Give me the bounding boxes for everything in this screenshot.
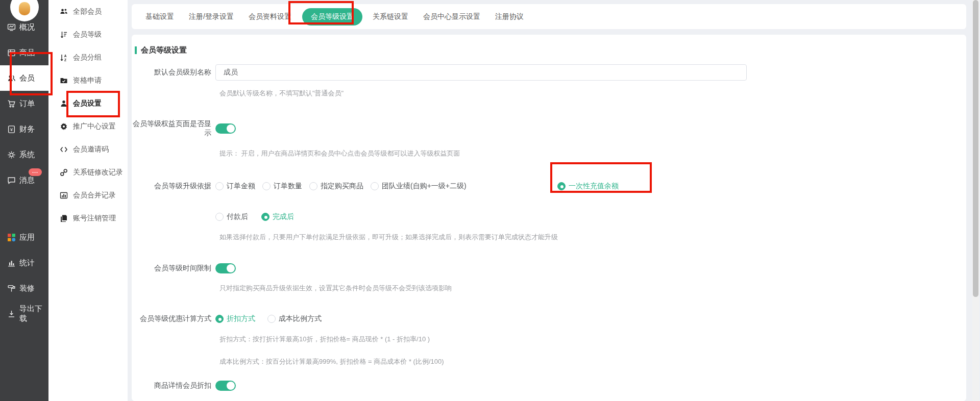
member-level-settings-panel: 会员等级设置 默认会员级别名称 会员默认等级名称，不填写默认"普通会员" 会员等… xyxy=(132,35,966,401)
section-title-accent-bar xyxy=(135,46,137,54)
sidebar-item-member-group[interactable]: AZ 会员分组 xyxy=(48,46,128,69)
sidebar-item-account-cancel[interactable]: 账号注销管理 xyxy=(48,207,128,230)
sidebar-item-member-level[interactable]: 会员等级 xyxy=(48,23,128,46)
upgrade-basis-row: 会员等级升级依据 订单金额 订单数量 指定购买商品 团队业绩(自购+一级+二级)… xyxy=(132,182,966,191)
sidebar-item-qualification[interactable]: 资格申请 xyxy=(48,69,128,92)
tab-member-center-display-settings[interactable]: 会员中心显示设置 xyxy=(423,12,480,21)
messages-bubble-icon xyxy=(7,176,16,185)
radio-icon xyxy=(215,315,224,323)
discount-calc-row: 会员等级优惠计算方式 折扣方式 成本比例方式 xyxy=(132,314,966,323)
radio-order-count[interactable]: 订单数量 xyxy=(262,182,302,191)
avatar-logo xyxy=(19,2,30,15)
default-level-name-input[interactable] xyxy=(215,64,747,81)
sidebar-item-goods[interactable]: 商品 xyxy=(0,40,48,65)
sidebar-item-orders[interactable]: 订单 xyxy=(0,91,48,116)
sidebar-item-label: 应用 xyxy=(19,233,35,242)
sidebar-item-member-settings[interactable]: 会员设置 xyxy=(48,92,128,115)
field-label: 会员等级升级依据 xyxy=(132,182,215,191)
detail-member-discount-row: 商品详情会员折扣 xyxy=(132,381,966,391)
tab-member-level-settings[interactable]: 会员等级设置 xyxy=(302,8,362,26)
helper-text: 折扣方式：按打折计算最高10折，折扣价格= 商品现价 * (1 - 折扣率/10… xyxy=(219,335,966,344)
relation-chain-link-icon xyxy=(60,168,68,177)
field-label: 默认会员级别名称 xyxy=(132,68,215,77)
sidebar-item-label: 账号注销管理 xyxy=(73,214,116,223)
sidebar-item-label: 装修 xyxy=(19,284,35,293)
main-area: 基础设置 注册/登录设置 会员资料设置 会员等级设置 关系链设置 会员中心显示设… xyxy=(132,0,966,401)
sidebar-item-invite-code[interactable]: 会员邀请码 xyxy=(48,138,128,161)
page-scrollbar xyxy=(972,0,979,401)
sidebar-item-label: 会员分组 xyxy=(73,53,102,62)
sidebar-item-stats[interactable]: 统计 xyxy=(0,250,48,275)
helper-text: 如果选择付款后，只要用户下单付款满足升级依据，即可升级；如果选择完成后，则表示需… xyxy=(219,233,966,242)
sidebar-item-system[interactable]: 系统 xyxy=(0,142,48,167)
detail-member-discount-toggle[interactable] xyxy=(215,381,236,391)
sidebar-item-finance[interactable]: ¥ 财务 xyxy=(0,116,48,142)
field-label: 会员等级权益页面是否显示 xyxy=(132,119,215,138)
tab-register-agreement[interactable]: 注册协议 xyxy=(495,12,524,21)
sidebar-item-all-members[interactable]: 全部会员 xyxy=(48,0,128,23)
svg-text:¥: ¥ xyxy=(10,127,13,132)
benefit-page-visible-toggle[interactable] xyxy=(215,123,236,134)
radio-specified-goods[interactable]: 指定购买商品 xyxy=(309,182,363,191)
radio-one-time-recharge[interactable]: 一次性充值余额 xyxy=(557,182,619,191)
tab-member-profile-settings[interactable]: 会员资料设置 xyxy=(249,12,291,21)
primary-nav: 概况 商品 会员 订单 ¥ 财务 系统 消息 ... xyxy=(0,14,48,327)
member-settings-person-icon xyxy=(60,99,68,108)
secondary-sidebar: 全部会员 会员等级 AZ 会员分组 资格申请 会员设置 推广中心设置 会员邀请码… xyxy=(48,0,128,401)
sidebar-item-decorate[interactable]: 装修 xyxy=(0,275,48,301)
sidebar-item-label: 概况 xyxy=(19,22,35,32)
field-label: 商品详情会员折扣 xyxy=(132,381,215,390)
sidebar-item-messages[interactable]: 消息 ... xyxy=(0,167,48,193)
overview-monitor-icon xyxy=(7,23,16,32)
sidebar-item-export[interactable]: 导出下载 xyxy=(0,301,48,327)
level-time-limit-toggle[interactable] xyxy=(215,263,236,273)
tab-relation-chain-settings[interactable]: 关系链设置 xyxy=(373,12,408,21)
radio-after-completion[interactable]: 完成后 xyxy=(261,212,294,221)
sidebar-item-label: 导出下载 xyxy=(19,304,48,323)
helper-text: 会员默认等级名称，不填写默认"普通会员" xyxy=(219,89,966,98)
radio-order-amount[interactable]: 订单金额 xyxy=(215,182,255,191)
member-group-sort-az-icon: AZ xyxy=(60,54,68,62)
sidebar-item-label: 资格申请 xyxy=(73,76,102,85)
radio-icon xyxy=(371,182,379,190)
sidebar-item-promotion-settings[interactable]: 推广中心设置 xyxy=(48,115,128,138)
radio-cost-ratio-mode[interactable]: 成本比例方式 xyxy=(267,314,322,323)
field-label: 会员等级优惠计算方式 xyxy=(132,314,215,323)
upgrade-timing-row: 付款后 完成后 xyxy=(132,212,966,221)
sidebar-item-apps[interactable]: 应用 xyxy=(0,224,48,250)
sidebar-item-relation-chain-log[interactable]: 关系链修改记录 xyxy=(48,161,128,184)
sidebar-item-label: 全部会员 xyxy=(73,7,102,16)
sidebar-item-overview[interactable]: 概况 xyxy=(0,14,48,40)
helper-text: 只对指定购买商品升级依据生效，设置其它条件时会员等级不会受到该选项影响 xyxy=(219,284,966,293)
sidebar-item-label: 会员合并记录 xyxy=(73,191,116,200)
invite-code-icon xyxy=(60,145,68,154)
tab-register-login-settings[interactable]: 注册/登录设置 xyxy=(189,12,234,21)
sidebar-item-label: 财务 xyxy=(19,124,35,134)
members-people-icon xyxy=(7,74,16,83)
section-title: 会员等级设置 xyxy=(132,35,966,55)
radio-icon xyxy=(262,182,271,190)
radio-after-payment[interactable]: 付款后 xyxy=(215,212,248,221)
level-time-limit-row: 会员等级时间限制 xyxy=(132,263,966,273)
sidebar-item-label: 关系链修改记录 xyxy=(73,168,123,177)
svg-text:Z: Z xyxy=(64,58,66,61)
promotion-gear-icon xyxy=(60,122,68,131)
sidebar-item-merge-record[interactable]: 会员合并记录 xyxy=(48,184,128,207)
messages-badge: ... xyxy=(29,168,42,176)
sidebar-item-label: 消息 xyxy=(19,176,35,185)
default-level-name-row: 默认会员级别名称 xyxy=(132,64,966,81)
radio-team-performance[interactable]: 团队业绩(自购+一级+二级) xyxy=(371,182,467,191)
all-members-icon xyxy=(60,8,68,16)
radio-icon xyxy=(557,182,566,190)
radio-discount-mode[interactable]: 折扣方式 xyxy=(215,314,255,323)
qualification-folder-check-icon xyxy=(60,77,68,85)
merge-record-chart-icon xyxy=(60,191,68,199)
goods-box-icon xyxy=(7,48,16,57)
sidebar-item-members[interactable]: 会员 xyxy=(0,65,48,91)
sidebar-item-label: 会员邀请码 xyxy=(73,145,109,154)
helper-text: 成本比例方式：按百分比计算最高999%, 折扣价格 = 商品成本价 * (比例/… xyxy=(219,357,966,366)
section-title-text: 会员等级设置 xyxy=(141,45,187,55)
scrollbar-thumb[interactable] xyxy=(973,0,978,297)
tab-basic-settings[interactable]: 基础设置 xyxy=(145,12,174,21)
member-level-sort-icon xyxy=(60,31,68,39)
